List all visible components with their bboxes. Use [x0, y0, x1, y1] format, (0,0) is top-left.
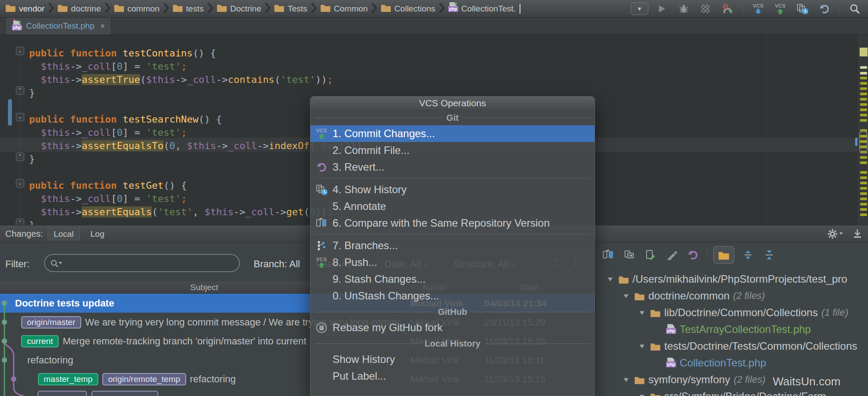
breadcrumb-item-doctrine[interactable]: Doctrine: [216, 4, 262, 14]
chevron-down-icon[interactable]: [621, 294, 631, 299]
fold-marker-icon[interactable]: ⌄: [16, 113, 24, 121]
breadcrumb-item-file[interactable]: phpCollectionTest.: [447, 2, 522, 15]
vcs-up-icon[interactable]: VCS: [771, 1, 789, 16]
tree-row[interactable]: symfony/symfony (2 files): [621, 371, 766, 388]
collapse-icon[interactable]: [762, 247, 777, 262]
expand-icon[interactable]: [741, 247, 756, 262]
stripe-mark[interactable]: [860, 176, 867, 179]
stripe-mark[interactable]: [860, 119, 867, 122]
stripe-mark[interactable]: [860, 192, 867, 195]
menu-item[interactable]: 0. UnStash Changes...: [311, 288, 595, 304]
menu-item[interactable]: 2. Commit File...: [311, 142, 595, 159]
stripe-mark[interactable]: [860, 156, 867, 159]
run-icon[interactable]: [653, 1, 670, 16]
tree-row[interactable]: src/Symfony/Bridge/Doctrine/Form: [637, 388, 826, 396]
menu-item[interactable]: 6. Compare with the Same Repository Vers…: [311, 215, 595, 232]
fold-marker-icon[interactable]: ⌃: [16, 219, 24, 225]
chevron-down-icon[interactable]: [621, 377, 631, 382]
stripe-mark[interactable]: [860, 182, 867, 184]
breadcrumb-item-vendor[interactable]: vendor: [4, 4, 45, 14]
revert-icon[interactable]: [685, 247, 700, 262]
search-icon[interactable]: [846, 1, 864, 16]
compare-icon[interactable]: [601, 247, 616, 262]
stripe-mark[interactable]: [860, 87, 867, 90]
chevron-down-icon[interactable]: [637, 344, 647, 349]
menu-item[interactable]: VCS8. Push...: [311, 254, 595, 271]
branch-tag[interactable]: current: [21, 335, 59, 347]
coverage-icon[interactable]: [697, 1, 715, 16]
pencil-icon[interactable]: [664, 247, 679, 262]
changes-tab-local[interactable]: Local: [48, 228, 80, 240]
stripe-mark[interactable]: [860, 98, 867, 101]
stripe-mark[interactable]: [860, 198, 867, 200]
menu-item[interactable]: Rebase my GitHub fork: [311, 319, 595, 336]
branch-tag[interactable]: origin/remote_temp: [102, 373, 186, 385]
fold-marker-icon[interactable]: ⌄: [16, 179, 24, 187]
groupdir-icon[interactable]: [713, 246, 734, 264]
phone-icon[interactable]: [719, 1, 737, 16]
editdoc-icon[interactable]: [643, 247, 658, 262]
rollback-icon[interactable]: [816, 1, 833, 16]
chevron-down-icon[interactable]: [637, 310, 647, 315]
fold-marker-icon[interactable]: ⌃: [16, 86, 24, 95]
download-icon[interactable]: [852, 228, 863, 239]
stripe-mark[interactable]: [860, 171, 867, 174]
vcs-down-icon[interactable]: VCS: [749, 1, 767, 16]
tree-row[interactable]: doctrine/common (2 files): [621, 288, 765, 304]
tree-row[interactable]: /Users/mikhailvink/PhpStormProjects/test…: [605, 271, 847, 288]
chevron-down-icon[interactable]: [637, 394, 647, 396]
stripe-mark[interactable]: [860, 66, 867, 69]
filter-search-input[interactable]: [44, 254, 240, 272]
stripe-mark[interactable]: [860, 114, 867, 116]
menu-item[interactable]: Put Label...: [311, 368, 595, 385]
breadcrumb-item-tests[interactable]: tests: [172, 4, 205, 14]
tree-row[interactable]: phpTestArrayCollectionTest.php: [666, 321, 811, 338]
tab-collectiontest[interactable]: php CollectionTest.php ×: [5, 18, 112, 34]
stripe-mark[interactable]: [860, 161, 867, 164]
preview-icon[interactable]: [622, 247, 637, 262]
fold-marker-icon[interactable]: ⌃: [16, 153, 24, 161]
stripe-mark[interactable]: [860, 108, 867, 111]
fold-marker-icon[interactable]: ⌄: [16, 47, 24, 55]
branch-tag[interactable]: master_temp: [38, 373, 98, 385]
stripe-mark[interactable]: [860, 187, 867, 190]
tree-row[interactable]: tests/Doctrine/Tests/Common/Collections: [637, 338, 857, 355]
stripe-mark[interactable]: [860, 82, 867, 85]
menu-item[interactable]: 9. Stash Changes...: [311, 271, 595, 288]
error-stripe[interactable]: [858, 34, 868, 225]
stripe-mark[interactable]: [860, 93, 867, 95]
menu-item[interactable]: 7. Branches...: [311, 237, 595, 254]
branch-tag[interactable]: origin/master: [21, 316, 81, 329]
breadcrumb-item-doctrine[interactable]: doctrine: [56, 4, 102, 14]
stripe-mark[interactable]: [860, 208, 867, 211]
breadcrumb-item-collections[interactable]: Collections: [380, 4, 436, 14]
tree-row[interactable]: lib/Doctrine/Common/Collections (1 file): [637, 304, 848, 321]
breadcrumb-item-common[interactable]: Common: [319, 4, 369, 14]
stripe-mark[interactable]: [860, 203, 867, 205]
stripe-mark[interactable]: [860, 72, 867, 75]
stripe-mark[interactable]: [860, 103, 867, 106]
breadcrumb-item-common[interactable]: common: [113, 4, 161, 14]
menu-item[interactable]: Show History: [311, 351, 595, 368]
chevron-down-icon[interactable]: [605, 277, 615, 282]
menu-item[interactable]: 5. Annotate: [311, 198, 595, 215]
debug-icon[interactable]: [675, 1, 692, 16]
files-toolbar: [595, 243, 868, 267]
branch-filter[interactable]: Branch: All: [254, 258, 300, 270]
menu-item[interactable]: 4. Show History: [311, 181, 595, 198]
column-header-subject[interactable]: Subject: [190, 283, 218, 292]
combo-icon[interactable]: ▼: [631, 1, 648, 16]
menu-item[interactable]: 3. Revert...: [311, 159, 595, 176]
changes-tab-log[interactable]: Log: [84, 228, 111, 240]
history-icon[interactable]: [793, 1, 811, 16]
menu-item[interactable]: VCS1. Commit Changes...: [311, 125, 595, 142]
tree-row[interactable]: phpCollectionTest.php: [666, 355, 766, 371]
stripe-mark[interactable]: [860, 77, 867, 79]
scrollbar-thumb[interactable]: [855, 138, 857, 146]
close-icon[interactable]: ×: [100, 22, 105, 31]
change-marker[interactable]: [8, 99, 12, 126]
stripe-mark[interactable]: [860, 213, 867, 216]
breadcrumb-item-tests[interactable]: Tests: [273, 4, 308, 14]
inspection-status-square[interactable]: [860, 48, 868, 56]
gear-icon[interactable]: [827, 228, 843, 239]
